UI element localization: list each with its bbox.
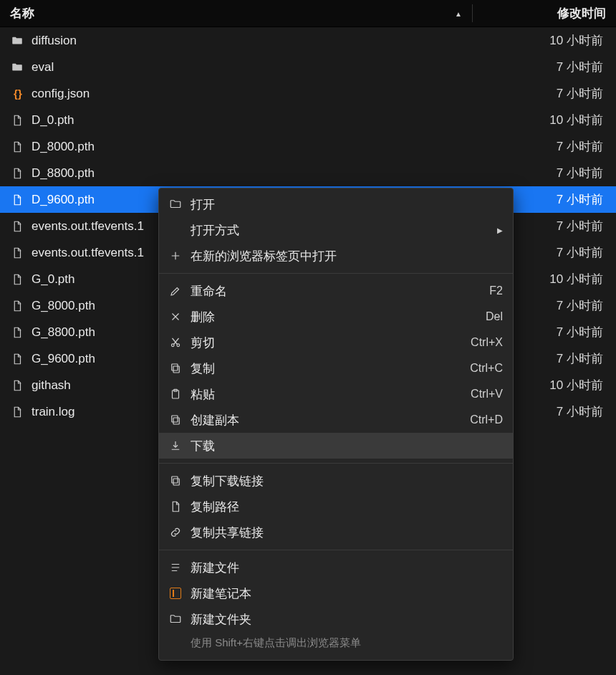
svg-rect-8 xyxy=(173,479,179,485)
menu-item-label: 下载 xyxy=(191,438,503,454)
copy-icon xyxy=(168,362,183,375)
menu-item-label: 复制路径 xyxy=(191,499,503,515)
menu-item[interactable]: 复制路径 xyxy=(159,494,513,520)
menu-item[interactable]: 剪切Ctrl+X xyxy=(159,330,513,355)
menu-item[interactable]: 复制共享链接 xyxy=(159,520,513,545)
file-name: D_0.pth xyxy=(32,113,473,128)
menu-item-label: 重命名 xyxy=(191,283,489,300)
file-list-header: 名称 ▲ 修改时间 xyxy=(0,0,616,27)
menu-item[interactable]: 删除Del xyxy=(159,304,513,330)
menu-item[interactable]: 新建笔记本 xyxy=(159,580,513,606)
pencil-icon xyxy=(168,284,183,297)
menu-item-label: 打开 xyxy=(191,196,503,213)
menu-item[interactable]: 复制Ctrl+C xyxy=(159,355,513,381)
newfolder-icon xyxy=(168,613,183,626)
menu-item-label: 新建文件 xyxy=(191,560,503,576)
file-modified: 7 小时前 xyxy=(473,138,616,155)
svg-rect-2 xyxy=(173,366,179,373)
file-icon xyxy=(10,246,24,260)
link-icon xyxy=(168,526,183,539)
file-row[interactable]: D_8800.pth7 小时前 xyxy=(0,160,616,186)
menu-item-label: 删除 xyxy=(191,309,486,325)
file-modified: 7 小时前 xyxy=(473,85,616,102)
file-row[interactable]: D_8000.pth7 小时前 xyxy=(0,133,616,160)
menu-item-label: 剪切 xyxy=(191,335,471,351)
file-row[interactable]: eval7 小时前 xyxy=(0,54,616,80)
sort-indicator-icon: ▲ xyxy=(455,10,462,18)
menu-separator xyxy=(159,550,513,550)
menu-item-label: 复制下载链接 xyxy=(191,473,503,489)
menu-item[interactable]: 新建文件 xyxy=(159,555,513,580)
copy-icon xyxy=(168,474,183,487)
file-icon xyxy=(10,219,24,234)
file-icon xyxy=(10,325,24,340)
file-icon xyxy=(168,500,183,513)
blank-icon xyxy=(168,224,183,236)
file-name: D_8000.pth xyxy=(32,140,473,154)
file-icon xyxy=(10,113,24,128)
menu-item-label: 打开方式 xyxy=(191,222,497,239)
menu-item[interactable]: 新建文件夹 xyxy=(159,606,513,632)
file-icon xyxy=(10,140,24,154)
menu-item[interactable]: 重命名F2 xyxy=(159,278,513,304)
menu-item[interactable]: 打开 xyxy=(159,191,513,217)
file-icon xyxy=(10,378,24,393)
file-row[interactable]: { }config.json7 小时前 xyxy=(0,80,616,107)
file-modified: 7 小时前 xyxy=(473,59,616,75)
menu-item-label: 在新的浏览器标签页中打开 xyxy=(191,248,503,264)
file-icon xyxy=(10,193,24,207)
download-icon xyxy=(168,439,183,452)
paste-icon xyxy=(168,388,183,401)
svg-rect-7 xyxy=(172,416,178,422)
menu-item[interactable]: 粘贴Ctrl+V xyxy=(159,381,513,407)
menu-item-label: 新建笔记本 xyxy=(191,585,503,602)
column-header-modified[interactable]: 修改时间 xyxy=(473,0,616,27)
svg-rect-9 xyxy=(172,477,178,483)
svg-point-1 xyxy=(177,344,180,347)
plus-icon xyxy=(168,249,183,262)
file-icon xyxy=(10,299,24,313)
json-icon: { } xyxy=(10,87,24,101)
menu-separator xyxy=(159,273,513,274)
file-icon xyxy=(10,352,24,366)
svg-rect-3 xyxy=(172,364,178,370)
menu-item-shortcut: Ctrl+D xyxy=(470,413,503,426)
menu-item-label: 复制共享链接 xyxy=(191,525,503,541)
folder-icon xyxy=(10,34,24,48)
menu-hint: 使用 Shift+右键点击调出浏览器菜单 xyxy=(159,632,513,657)
column-header-name[interactable]: 名称 ▲ xyxy=(0,0,472,27)
copy-icon xyxy=(168,413,183,426)
file-name: diffusion xyxy=(32,34,473,48)
menu-item-label: 复制 xyxy=(191,360,470,377)
cut-icon xyxy=(168,336,183,349)
folder-icon xyxy=(10,60,24,75)
file-icon xyxy=(10,405,24,419)
file-name: D_8800.pth xyxy=(32,166,473,181)
menu-item-label: 创建副本 xyxy=(191,412,470,429)
column-header-name-label: 名称 xyxy=(10,5,34,21)
file-row[interactable]: diffusion10 小时前 xyxy=(0,27,616,54)
context-menu: 打开打开方式▶在新的浏览器标签页中打开重命名F2删除Del剪切Ctrl+X复制C… xyxy=(158,188,514,661)
menu-item[interactable]: 在新的浏览器标签页中打开 xyxy=(159,243,513,269)
lines-icon xyxy=(168,561,183,574)
x-icon xyxy=(168,310,183,323)
menu-item-shortcut: Ctrl+V xyxy=(471,388,503,401)
file-modified: 10 小时前 xyxy=(473,32,616,49)
column-header-modified-label: 修改时间 xyxy=(557,5,606,21)
menu-item[interactable]: 下载 xyxy=(159,433,513,459)
menu-item-shortcut: Ctrl+C xyxy=(470,362,503,375)
file-name: config.json xyxy=(32,87,473,101)
file-icon xyxy=(10,272,24,287)
menu-item[interactable]: 打开方式▶ xyxy=(159,217,513,243)
file-icon xyxy=(10,166,24,181)
file-row[interactable]: D_0.pth10 小时前 xyxy=(0,107,616,133)
menu-item-shortcut: Ctrl+X xyxy=(471,336,503,349)
menu-item[interactable]: 创建副本Ctrl+D xyxy=(159,407,513,433)
svg-rect-6 xyxy=(173,418,179,424)
file-modified: 10 小时前 xyxy=(473,112,616,128)
svg-point-0 xyxy=(171,344,174,347)
notebook-icon xyxy=(168,588,183,599)
menu-item[interactable]: 复制下载链接 xyxy=(159,468,513,494)
menu-item-label: 粘贴 xyxy=(191,386,471,403)
file-name: eval xyxy=(32,60,473,75)
